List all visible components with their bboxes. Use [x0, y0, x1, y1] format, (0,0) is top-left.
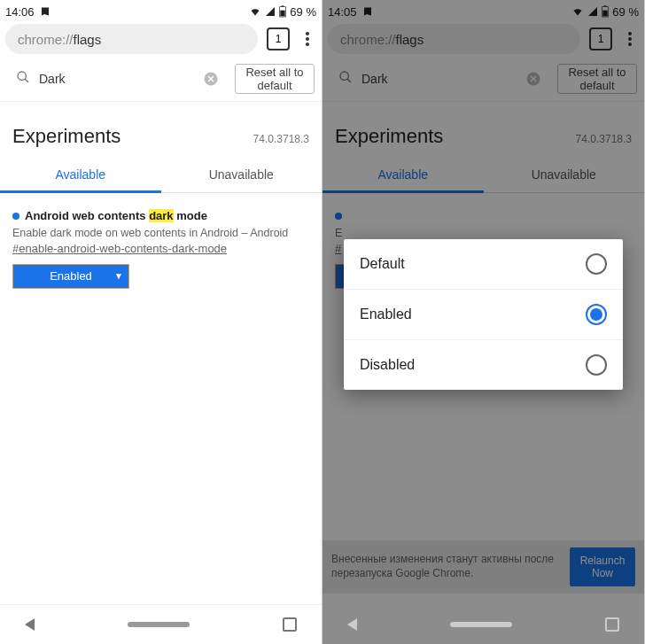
- clock-text: 14:06: [5, 5, 35, 19]
- tab-available[interactable]: Available: [0, 153, 161, 192]
- battery-icon: [279, 5, 286, 18]
- overflow-menu-icon[interactable]: [299, 32, 316, 46]
- search-input-wrap: [7, 64, 228, 94]
- search-icon: [16, 70, 30, 88]
- svg-rect-2: [281, 11, 285, 17]
- flag-description: Enable dark mode on web contents in Andr…: [12, 226, 309, 242]
- option-default[interactable]: Default: [344, 239, 623, 290]
- home-pill-icon[interactable]: [128, 622, 190, 627]
- flag-anchor[interactable]: #enable-android-web-contents-dark-mode: [12, 242, 309, 255]
- home-pill-icon[interactable]: [450, 622, 512, 627]
- status-bar: 14:06 69 %: [0, 0, 322, 21]
- back-nav-icon[interactable]: [347, 618, 357, 631]
- flag-title: Android web contents dark mode: [12, 209, 309, 222]
- back-nav-icon[interactable]: [25, 618, 35, 631]
- recents-nav-icon[interactable]: [605, 617, 619, 632]
- radio-icon: [586, 354, 607, 376]
- modified-dot-icon: [12, 213, 19, 220]
- svg-point-5: [306, 43, 309, 46]
- svg-line-7: [25, 79, 28, 82]
- nav-bar: [0, 604, 322, 644]
- signal-icon: [265, 6, 276, 17]
- radio-icon-selected: [586, 304, 607, 325]
- chevron-down-icon: ▼: [114, 271, 123, 281]
- flag-play-icon: [40, 6, 51, 17]
- radio-icon: [586, 253, 607, 275]
- url-path: flags: [74, 32, 102, 47]
- url-bar[interactable]: chrome://flags: [5, 24, 258, 54]
- flag-item: Android web contents dark mode Enable da…: [0, 193, 322, 298]
- tab-switcher[interactable]: 1: [267, 27, 290, 50]
- battery-text: 69 %: [290, 5, 316, 19]
- option-enabled[interactable]: Enabled: [344, 290, 623, 340]
- search-input[interactable]: [37, 71, 196, 87]
- wifi-icon: [249, 6, 261, 17]
- svg-point-6: [18, 72, 26, 80]
- options-dialog: Default Enabled Disabled: [344, 239, 623, 390]
- version-label: 74.0.3718.3: [253, 133, 309, 145]
- svg-rect-1: [282, 5, 284, 6]
- svg-point-4: [306, 37, 309, 41]
- reset-all-button[interactable]: Reset all to default: [235, 64, 315, 94]
- page-title: Experiments: [12, 125, 120, 148]
- url-prefix: chrome://: [18, 32, 74, 47]
- nav-bar: [322, 605, 644, 644]
- option-disabled[interactable]: Disabled: [344, 340, 623, 390]
- tab-unavailable[interactable]: Unavailable: [161, 153, 322, 192]
- flag-select[interactable]: Enabled ▼: [12, 264, 129, 289]
- svg-point-3: [306, 32, 309, 35]
- clear-search-icon[interactable]: [203, 71, 219, 87]
- highlight: dark: [149, 209, 173, 222]
- recents-nav-icon[interactable]: [283, 617, 297, 632]
- tab-bar: Available Unavailable: [0, 153, 322, 193]
